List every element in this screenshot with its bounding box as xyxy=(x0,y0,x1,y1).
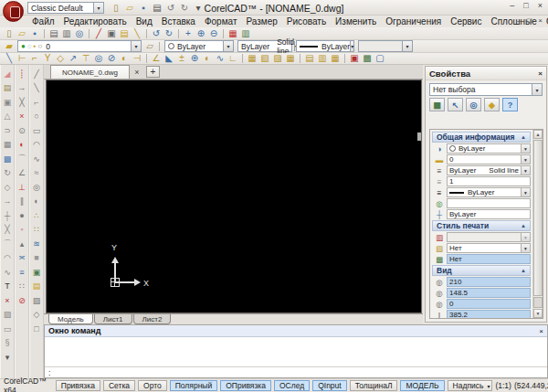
lineweight-field[interactable]: ByLayer▾ xyxy=(447,187,531,197)
snap-none-icon[interactable]: ⊘ xyxy=(16,293,28,308)
split-icon[interactable]: ⌒ xyxy=(1,237,14,251)
command-close-icon[interactable]: × xyxy=(539,327,543,335)
restore-button[interactable]: □ xyxy=(523,1,528,10)
annotation-scale-dropdown[interactable]: Надпись ▾ xyxy=(448,380,493,391)
scrollbar-track[interactable] xyxy=(533,297,543,308)
open-file-icon[interactable]: ▱ xyxy=(16,27,28,39)
menu-edit[interactable]: Редактировать xyxy=(59,16,132,26)
sheet-tab-model[interactable]: Модель xyxy=(48,314,93,324)
property-painter-icon[interactable]: ╱ xyxy=(92,27,105,39)
print-color-field[interactable]: ▾ xyxy=(447,232,531,242)
snap-from-icon[interactable]: ▴ xyxy=(16,237,28,251)
mirror-icon[interactable]: △ xyxy=(1,110,14,124)
snap-apparent-icon[interactable]: × xyxy=(16,110,28,124)
redo-icon[interactable]: ↻ xyxy=(163,27,175,39)
new-file-icon[interactable]: ▯ xyxy=(110,2,122,14)
tolerance-icon[interactable]: ± xyxy=(175,53,188,65)
menu-modify[interactable]: Изменить xyxy=(331,16,381,26)
thickness-field[interactable]: ByLayer xyxy=(447,209,531,219)
menu-draw[interactable]: Рисовать xyxy=(282,16,331,26)
annotation-reset-icon[interactable]: ▩ xyxy=(361,53,374,65)
layer-previous-icon[interactable]: ▱ xyxy=(143,40,156,52)
snap-tracking-icon[interactable]: ≍ xyxy=(16,251,28,266)
doc-restore-button[interactable]: □ xyxy=(527,16,532,25)
attach-icon[interactable]: ▤ xyxy=(30,280,43,294)
hatch-icon[interactable]: ≋ xyxy=(30,237,43,251)
arc-length-dimension-icon[interactable]: ◇ xyxy=(54,53,67,65)
doc-close-button[interactable]: × xyxy=(538,16,543,25)
rectangle-icon[interactable]: ▭ xyxy=(30,123,43,138)
command-window-header[interactable]: Окно команд × xyxy=(45,325,547,337)
dimension-break-icon[interactable]: ◣ xyxy=(163,53,175,65)
arc-icon[interactable]: ◠ xyxy=(30,138,43,153)
snap-endpoint-icon[interactable]: ┊ xyxy=(16,67,28,81)
options-icon[interactable]: § xyxy=(1,336,14,351)
hyperlink-field[interactable] xyxy=(447,198,531,208)
circle-icon[interactable]: ○ xyxy=(30,110,43,124)
menu-insert[interactable]: Вставка xyxy=(157,16,200,26)
select-entities-button[interactable]: ↖ xyxy=(448,98,463,111)
panel-close-icon[interactable]: × xyxy=(538,69,543,78)
selection-combo[interactable]: Нет выбора ▾ xyxy=(429,83,543,96)
color-field[interactable]: ByLayer▾ xyxy=(447,143,531,154)
snap-perpendicular-icon[interactable]: ⊥ xyxy=(16,180,28,195)
document-tab[interactable]: NONAME_0.dwg xyxy=(50,65,130,79)
line-icon[interactable]: ╱ xyxy=(30,67,43,81)
snap-settings-icon[interactable]: ≡ xyxy=(16,265,28,280)
image-icon[interactable]: ▣ xyxy=(30,265,43,280)
annotation-scale-icon[interactable]: ▢ xyxy=(374,53,386,65)
dimension-style-icon[interactable]: ▦ xyxy=(284,53,297,65)
status-toggle-esnap[interactable]: ОПривязка xyxy=(220,380,271,391)
scroll-down-icon[interactable]: ▼ xyxy=(533,309,543,318)
linear-dimension-icon[interactable]: ⊢ xyxy=(16,53,28,65)
snap-angle-icon[interactable]: ∠ xyxy=(16,166,28,181)
dimension-override-icon[interactable]: ▤ xyxy=(303,53,316,65)
new-tab-button[interactable]: + xyxy=(146,66,160,78)
doc-minimize-button[interactable]: – xyxy=(517,16,521,25)
snap-intersection-icon[interactable]: ╳ xyxy=(16,95,28,110)
inspection-dimension-icon[interactable]: ◐ xyxy=(201,53,214,65)
match-properties-icon[interactable]: ▭ xyxy=(1,322,14,336)
dimension-reassociate-icon[interactable]: ▥ xyxy=(316,53,329,65)
workspace-selector[interactable]: Classic Default ▾ xyxy=(27,2,104,14)
print-icon[interactable]: ▤ xyxy=(47,27,60,39)
dimension-update-icon[interactable]: ▨ xyxy=(271,53,284,65)
chamfer-icon[interactable]: ∿ xyxy=(1,265,14,280)
delete-icon[interactable]: ◢ xyxy=(1,67,14,81)
collapse-icon[interactable]: ▲ xyxy=(521,223,526,228)
extend-icon[interactable]: ╳ xyxy=(1,223,14,238)
dimension-regenerate-icon[interactable]: ▦ xyxy=(329,53,342,65)
batch-print-icon[interactable]: ▥ xyxy=(60,27,73,39)
snap-tangent-icon[interactable]: ⌒ xyxy=(16,152,28,166)
point-icon[interactable]: ∴ xyxy=(30,208,43,223)
menu-dimension[interactable]: Размер xyxy=(241,16,281,26)
jog-line-icon[interactable]: ∿ xyxy=(214,53,227,65)
section-header-view[interactable]: Вид▲ xyxy=(432,265,531,276)
status-toggle-qinput[interactable]: QInput xyxy=(312,380,347,391)
baseline-dimension-icon[interactable]: ◐ xyxy=(118,53,131,65)
color-palette-icon[interactable]: ▦ xyxy=(227,27,239,39)
status-toggle-model[interactable]: МОДЕЛЬ xyxy=(400,380,444,391)
print-preview-icon[interactable]: ◎ xyxy=(73,27,86,39)
fillet-icon[interactable]: ◠ xyxy=(1,251,14,266)
status-toggle-polar[interactable]: Полярный xyxy=(170,380,218,391)
section-header-print-style[interactable]: Стиль печати▲ xyxy=(432,220,531,231)
save-file-icon[interactable]: ▪ xyxy=(28,27,41,39)
chevron-down-icon[interactable]: ▾ xyxy=(521,188,530,196)
collapse-icon[interactable]: ▲ xyxy=(521,134,526,140)
layer-field[interactable]: 0▾ xyxy=(447,154,531,164)
status-toggle-snap[interactable]: Привязка xyxy=(56,380,100,391)
region-icon[interactable]: ■ xyxy=(30,251,43,266)
rotate-icon[interactable]: ↻ xyxy=(1,166,14,181)
collapse-icon[interactable]: ▲ xyxy=(521,268,526,273)
snap-node-icon[interactable]: ● xyxy=(16,208,28,223)
pattern-icon[interactable]: ▦ xyxy=(1,138,14,153)
menu-view[interactable]: Вид xyxy=(132,16,157,26)
more-tools-icon[interactable]: ▾ xyxy=(1,350,14,365)
oblique-dimension-icon[interactable]: ∟ xyxy=(227,53,239,65)
snap-quadrant-icon[interactable]: ◐ xyxy=(16,138,28,153)
smart-dimension-icon[interactable]: ╲ xyxy=(3,53,16,65)
snap-midpoint-icon[interactable]: → xyxy=(16,81,28,96)
linetype-combo[interactable]: ByLayer Solid line ▾ xyxy=(237,40,292,52)
chevron-down-icon[interactable]: ▾ xyxy=(521,244,530,252)
